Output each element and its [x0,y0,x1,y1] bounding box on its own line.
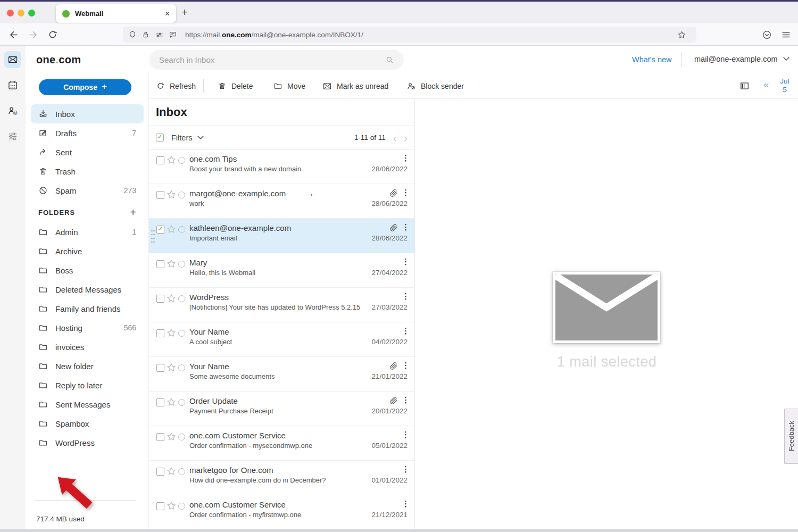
bookmark-star-icon[interactable] [677,30,686,39]
message-row[interactable]: one.com Customer Service → Order confirm… [149,426,414,461]
star-icon[interactable] [167,363,176,372]
message-row[interactable]: Order Update → Payment Purchase Receipt … [149,392,414,426]
window-close-button[interactable] [7,10,14,16]
add-folder-button[interactable]: + [130,206,136,219]
move-button[interactable]: Move [273,73,305,98]
star-icon[interactable] [167,397,176,407]
chevron-down-icon[interactable] [197,136,204,140]
message-checkbox[interactable] [156,260,164,268]
search-input[interactable] [159,55,385,64]
row-menu-icon[interactable]: ⋮ [402,222,410,232]
star-icon[interactable] [167,225,176,234]
tab-close-icon[interactable]: × [165,9,170,19]
read-status-icon[interactable] [178,295,185,304]
row-menu-icon[interactable]: ⋮ [402,153,410,163]
read-status-icon[interactable] [178,364,185,373]
sidebar-folder-item[interactable]: New folder [31,356,144,376]
row-menu-icon[interactable]: ⋮ [402,464,410,474]
pocket-icon[interactable] [762,30,772,40]
lock-icon[interactable] [142,30,150,39]
prev-page-icon[interactable]: ‹ [393,132,397,143]
notes-icon[interactable] [169,30,177,39]
message-row[interactable]: marketgoo for One.com → How did one-exam… [149,461,414,495]
rail-contacts-icon[interactable]: @ [4,102,21,119]
select-all-checkbox[interactable] [156,134,164,142]
message-checkbox[interactable] [156,156,164,164]
reading-pane-icon[interactable] [739,81,750,91]
message-checkbox[interactable] [156,398,164,406]
read-status-icon[interactable] [178,260,185,270]
message-row[interactable]: Your Name → Some awesome documents 21/01… [149,357,414,392]
read-status-icon[interactable] [178,433,185,443]
mark-as-unread-button[interactable]: Mark as unread [322,73,388,98]
message-row[interactable]: Your Name → A cool subject 04/02/2022 ⋮ [149,322,414,357]
sidebar-folder-item[interactable]: Reply to later [31,376,144,395]
row-menu-icon[interactable]: ⋮ [402,395,410,405]
read-status-icon[interactable] [178,329,185,339]
rail-settings-icon[interactable] [4,128,21,145]
read-status-icon[interactable] [178,468,185,477]
reload-icon[interactable] [48,30,57,39]
new-tab-button[interactable]: + [181,6,188,19]
row-menu-icon[interactable]: ⋮ [402,292,410,301]
whats-new-link[interactable]: What's new [632,55,672,64]
message-checkbox[interactable] [156,433,164,441]
message-checkbox[interactable] [156,364,164,372]
compose-button[interactable]: Compose + [39,79,131,95]
sidebar-folder-item[interactable]: invoices [31,337,144,356]
read-status-icon[interactable] [178,398,185,408]
message-checkbox[interactable] [156,329,164,337]
sidebar-folder-item[interactable]: Sent Messages [31,395,144,414]
block-sender-button[interactable]: Block sender [406,73,464,98]
message-checkbox[interactable] [156,502,164,510]
filters-label[interactable]: Filters [171,134,192,142]
read-status-icon[interactable] [178,191,185,201]
star-icon[interactable] [167,328,176,338]
sidebar-folder-item[interactable]: Boss [31,261,144,280]
star-icon[interactable] [167,155,176,165]
star-icon[interactable] [167,432,176,442]
message-checkbox[interactable] [156,191,164,199]
read-status-icon[interactable] [178,502,185,512]
message-row[interactable]: WordPress → [Notifictions] Your site has… [149,288,414,322]
star-icon[interactable] [167,190,176,200]
rail-calendar-icon[interactable] [4,77,21,94]
collapse-calendar-icon[interactable]: « [763,79,769,90]
delete-button[interactable]: Delete [218,73,253,98]
read-status-icon[interactable] [178,156,185,166]
sidebar-folder-item[interactable]: WordPress [31,433,144,452]
rail-mail-icon[interactable] [4,51,21,68]
browser-tab-webmail[interactable]: Webmail × [56,4,176,23]
row-menu-icon[interactable]: ⋮ [402,430,410,439]
sidebar-folder-item[interactable]: Family and friends [31,299,144,318]
sidebar-folder-item[interactable]: Hosting 566 [31,318,144,337]
menu-icon[interactable] [781,30,791,40]
message-row[interactable]: Mary → Hello, this is Webmail 27/04/2022… [149,253,414,288]
message-checkbox[interactable] [156,468,164,476]
next-page-icon[interactable]: › [404,132,408,143]
account-menu[interactable]: mail@one-example.com [694,55,789,63]
star-icon[interactable] [167,259,176,269]
sidebar-item-inbox[interactable]: Inbox [31,104,144,123]
sidebar-folder-item[interactable]: Archive [31,242,144,261]
window-minimize-button[interactable] [18,10,24,16]
permissions-icon[interactable] [155,30,164,39]
message-checkbox[interactable] [156,226,164,234]
star-icon[interactable] [167,467,176,476]
sidebar-item-trash[interactable]: Trash [31,162,144,181]
message-row[interactable]: one.com Customer Service → Order confirm… [149,495,414,530]
star-icon[interactable] [167,501,176,511]
message-row[interactable]: one.com Tips → Boost your brand with a n… [149,149,414,184]
sidebar-folder-item[interactable]: Admin 1 [31,222,144,242]
row-menu-icon[interactable]: ⋮ [402,326,410,336]
sidebar-folder-item[interactable]: Deleted Messages [31,280,144,299]
row-menu-icon[interactable]: ⋮ [402,499,410,509]
back-icon[interactable] [9,30,19,40]
message-checkbox[interactable] [156,295,164,303]
shield-icon[interactable] [128,30,137,39]
message-row[interactable]: margot@one-example.com → work 28/06/2022… [149,184,414,219]
refresh-button[interactable]: Refresh [156,73,196,98]
row-menu-icon[interactable]: ⋮ [402,188,410,197]
row-menu-icon[interactable]: ⋮ [402,361,410,370]
window-zoom-button[interactable] [28,10,35,16]
